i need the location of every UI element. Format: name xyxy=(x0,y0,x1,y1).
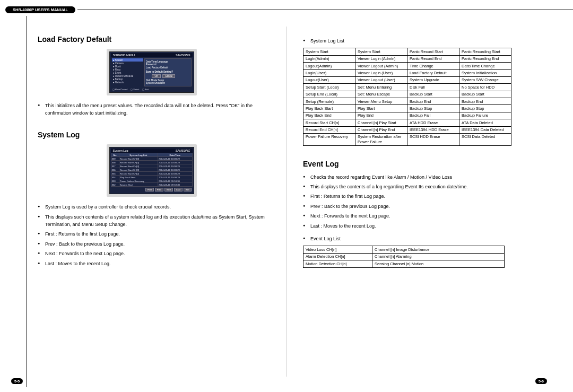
fig1-title: SHR4080 MENU xyxy=(113,54,135,57)
syslog-cell: Disk Full xyxy=(407,84,459,91)
syslog-cell: Viewer Logout (Admin) xyxy=(355,63,407,69)
note-item: Last : Moves to the recent Log. xyxy=(303,222,531,230)
system-log-table: System StartSystem StartPanic Record Sta… xyxy=(303,48,511,145)
fig2-cell: 2004-03-10 10:00:29 xyxy=(158,157,192,161)
fig2-cell: 2004-03-10 10:00:29 xyxy=(158,161,192,164)
eventlog-cell: Motion Detection CH[n] xyxy=(303,260,372,267)
syslog-cell: Channel [n] Play Start xyxy=(355,119,407,126)
syslog-cell: Logout(User) xyxy=(303,76,355,83)
syslog-cell: Panic Record End xyxy=(407,55,459,62)
syslog-cell: Setup (Remote) xyxy=(303,98,355,105)
syslog-cell: Panic Record Start xyxy=(407,48,459,55)
fig2-cell: 2004-03-10 09:59:36 xyxy=(158,179,192,183)
note-item: First : Returns to the first Log page. xyxy=(38,230,265,238)
system-log-list-label: System Log List xyxy=(303,37,531,45)
fig1-cancel-button[interactable]: Cancel xyxy=(162,74,175,78)
syslog-cell: SCSI Data Deleted xyxy=(459,133,511,145)
note-item: Prev : Back to the previous Log page. xyxy=(303,203,531,210)
syslog-cell: Backup Start xyxy=(407,91,459,98)
figure-system-log: System Log SAMSUNG No.System Log ListDat… xyxy=(107,144,197,197)
note-item: Last : Moves to the recent Log. xyxy=(38,260,265,267)
fig2-cell: 2004-03-10 10:00:29 xyxy=(158,168,192,172)
syslog-cell: Viewer Login (User) xyxy=(355,69,407,76)
fig2-col-header: No. xyxy=(111,153,119,157)
note-item: System Log is used by a controller to ch… xyxy=(38,203,265,211)
syslog-cell: Record End CH[n] xyxy=(303,126,355,133)
syslog-cell: Backup Stop xyxy=(407,105,459,112)
fig2-cell: Record Start CH[0] xyxy=(119,161,158,164)
fig2-nav-button[interactable]: Prev xyxy=(155,188,163,191)
heading-load-factory-default: Load Factory Default xyxy=(38,35,265,43)
syslog-cell: Record Start CH[n] xyxy=(303,119,355,126)
syslog-cell: SCSI HDD Erase xyxy=(407,133,459,145)
event-log-list-label-text: Event Log List xyxy=(303,235,531,242)
syslog-cell: Backup Fail xyxy=(407,112,459,119)
doc-header-title: SHR-4080P USER'S MANUAL xyxy=(5,6,75,13)
syslog-cell: IEEE1394 HDD Erase xyxy=(407,126,459,133)
brand-label: SAMSUNG xyxy=(176,54,190,57)
syslog-cell: Backup End xyxy=(459,98,511,105)
fig2-cell: Record Start CH[0] xyxy=(119,157,158,161)
syslog-cell: Login(Admin) xyxy=(303,55,355,62)
fig2-cell: 335 xyxy=(111,172,119,176)
fig2-cell: 337 xyxy=(111,164,119,168)
syslog-cell: ATA Data Deleted xyxy=(459,119,511,126)
fig1-footer-item: Select xyxy=(131,88,139,91)
syslog-cell: Setup Start (Local) xyxy=(303,84,355,91)
syslog-cell: Play Back Start xyxy=(303,105,355,112)
syslog-cell: Setup End (Local) xyxy=(303,91,355,98)
fig1-menu: ▸ System▸ Camera▸ Monit▸ Reco▸ Event▸ Re… xyxy=(112,58,143,86)
syslog-cell: Panic Recording Start xyxy=(459,48,511,55)
syslog-cell: Backup Failure xyxy=(459,112,511,119)
page-spread: Load Factory Default SHR4080 MENU SAMSUN… xyxy=(0,16,573,387)
fig2-nav-button[interactable]: Next xyxy=(164,188,173,191)
fig2-col-header: Date/Time xyxy=(158,153,192,157)
doc-header: SHR-4080P USER'S MANUAL xyxy=(0,0,573,16)
syslog-cell: Logout(Admin) xyxy=(303,63,355,69)
fig2-cell: Play Back Start xyxy=(119,176,158,179)
system-log-list-label-text: System Log List xyxy=(303,37,531,45)
eventlog-cell: Alarm Detection CH[n] xyxy=(303,253,372,260)
syslog-cell: Set: Menu Entering xyxy=(355,84,407,91)
fig2-cell: 2004-03-10 09:59:30 xyxy=(158,183,192,187)
syslog-cell: Login(User) xyxy=(303,69,355,76)
fig2-cell: Record Start CH[3] xyxy=(119,168,158,172)
page-left: Load Factory Default SHR4080 MENU SAMSUN… xyxy=(27,16,286,387)
heading-event-log: Event Log xyxy=(303,160,531,168)
fig2-cell: System Start xyxy=(119,183,158,187)
syslog-cell: Date/Time Change xyxy=(459,63,511,69)
syslog-cell: System Start xyxy=(355,48,407,55)
syslog-cell: Power Failure Recovery xyxy=(303,133,355,145)
fig2-nav-button[interactable]: Last xyxy=(174,188,183,191)
note-item: Checks the record regarding Event like A… xyxy=(303,173,531,181)
page-number-right: 5-6 xyxy=(535,378,547,384)
fig1-footer-item: Exit xyxy=(142,88,149,91)
note-item: This initializes all the menu preset val… xyxy=(38,102,265,117)
syslog-cell: IEEE1394 Data Deleted xyxy=(459,126,511,133)
fig2-cell: 332 xyxy=(111,183,119,187)
fig1-menu-item[interactable]: ▸ Network xyxy=(112,81,143,84)
fig2-cell: 2004-03-10 10:00:29 xyxy=(158,176,192,179)
eventlog-cell: Sensing Channel [n] Motion xyxy=(372,260,505,267)
syslog-cell: Play Start xyxy=(355,105,407,112)
fig1-ok-button[interactable]: OK xyxy=(152,74,161,78)
eventlog-cell: Channel [n] Image Disturbance xyxy=(372,246,505,253)
fig2-cell: 334 xyxy=(111,176,119,179)
fig2-nav-buttons: FirstPrevNextLastExit xyxy=(111,187,193,193)
syslog-cell: Time Change xyxy=(407,63,459,69)
event-log-notes: Checks the record regarding Event like A… xyxy=(303,173,531,230)
fig1-extra-item: Disk Mode Setup xyxy=(146,79,190,82)
syslog-cell: Backup End xyxy=(407,98,459,105)
fig2-nav-button[interactable]: First xyxy=(145,188,154,191)
fig2-cell: 2004-03-10 10:00:29 xyxy=(158,164,192,168)
fig1-dialog-item: Load Factory Default xyxy=(146,66,190,69)
fig2-cell: Record Start CH[2] xyxy=(119,172,158,176)
header-rule xyxy=(77,10,573,10)
syslog-cell: System Upgrade xyxy=(407,76,459,83)
note-item: This displays such contents of a system … xyxy=(38,213,265,229)
fig1-dialog: Date/Time/LanguagePasswordLoad Factory D… xyxy=(144,58,192,86)
fig2-cell: Record Start CH[4] xyxy=(119,164,158,168)
syslog-cell: Backup Stop xyxy=(459,105,511,112)
fig2-nav-button[interactable]: Exit xyxy=(184,188,192,191)
fig2-cell: Power Failure Recovery xyxy=(119,179,158,183)
